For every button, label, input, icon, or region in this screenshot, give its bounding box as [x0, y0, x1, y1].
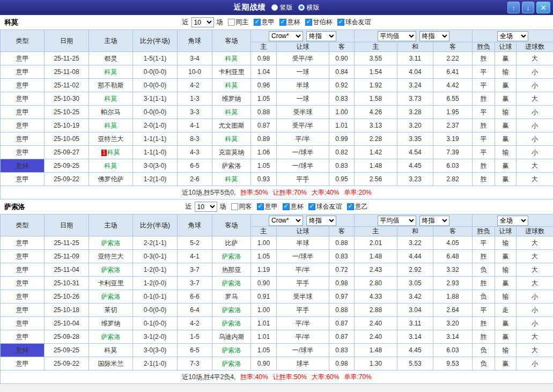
- away-team-name: 科莫: [225, 108, 238, 116]
- match-date-cell: 25-11-25: [45, 52, 89, 65]
- euro-away-odds-cell: 7.39: [433, 146, 473, 159]
- summary-rate: 大率:60%: [312, 373, 339, 381]
- handicap-result-cell: 赢: [495, 277, 517, 290]
- column-header: 客场: [212, 30, 251, 52]
- euro-draw-odds-cell: 3.11: [397, 52, 433, 65]
- home-team-name: 佛罗伦萨: [98, 175, 124, 183]
- score-cell: 0-0(0-0): [133, 304, 178, 317]
- corner-cell: 5-2: [178, 236, 212, 250]
- league-filter-label: 意乙: [355, 202, 368, 211]
- asia-home-odds-cell: 0.87: [251, 119, 277, 132]
- asia-handicap-cell: 平/半: [277, 263, 329, 277]
- league-filter-checkbox[interactable]: [283, 203, 290, 210]
- league-filter-checkbox[interactable]: [337, 19, 344, 26]
- league-filter-checkbox[interactable]: [279, 19, 286, 26]
- bookmaker-select[interactable]: Crow*: [269, 31, 303, 41]
- asia-home-odds-cell: 0.90: [251, 277, 277, 290]
- match-date-cell: 25-09-25: [45, 159, 89, 173]
- match-type-cell: 意甲: [1, 304, 45, 317]
- away-team-cell: 科莫: [212, 106, 251, 119]
- home-team-cell: 萨索洛: [89, 263, 133, 277]
- handicap-result-cell: 赢: [495, 92, 517, 106]
- league-filter-checkbox[interactable]: [305, 19, 312, 26]
- scope-select[interactable]: 全场: [497, 31, 528, 41]
- league-filter-checkbox[interactable]: [257, 203, 264, 210]
- asia-handicap-cell: 平/半: [277, 330, 329, 344]
- radio-vertical-layout[interactable]: 竖版: [271, 3, 293, 12]
- corner-cell: 8-3: [178, 132, 212, 146]
- match-type-cell: 意甲: [1, 250, 45, 263]
- scroll-up-button[interactable]: ↑: [507, 2, 520, 13]
- asia-handicap-cell: 平/半: [277, 317, 329, 330]
- away-team-name: 萨索洛: [222, 279, 241, 287]
- home-team-name: 科莫: [105, 122, 117, 129]
- away-team-name: 科莫: [225, 82, 238, 89]
- euro-home-odds-cell: 2.01: [355, 236, 397, 250]
- match-row: 意甲25-11-02那不勒斯0-0(0-0)4-2科莫0.96半球0.921.9…: [1, 79, 553, 92]
- scope-select[interactable]: 全场: [497, 216, 528, 226]
- away-team-cell: 卡利亚里: [212, 65, 251, 79]
- close-button[interactable]: ✕: [536, 2, 550, 13]
- result-cell: 平: [473, 132, 495, 146]
- score-cell: 1-2(1-0): [133, 173, 178, 186]
- handicap-result-cell: 输: [495, 65, 517, 79]
- goals-result-cell: 大: [517, 92, 553, 106]
- home-team-name: 那不勒斯: [98, 82, 124, 89]
- match-date-cell: 25-10-04: [45, 317, 89, 330]
- page-title: 近期战绩: [234, 3, 266, 12]
- average-select[interactable]: 平均值: [378, 31, 416, 41]
- league-filter-checkbox[interactable]: [347, 203, 354, 210]
- asia-handicap-cell: 一/球半: [277, 344, 329, 357]
- euro-draw-odds-cell: 4.45: [397, 159, 433, 173]
- asia-index-select[interactable]: 终指: [306, 216, 336, 226]
- away-team-cell: 罗马: [212, 290, 251, 304]
- asia-index-select[interactable]: 终指: [306, 31, 336, 41]
- away-team-name: 科莫: [225, 135, 238, 143]
- match-row: 意杯25-09-25科莫3-0(3-0)6-5萨索洛1.05一/球半0.831.…: [1, 344, 553, 357]
- goals-result-cell: 小: [517, 119, 553, 132]
- league-filter-label: 球会友谊: [316, 202, 342, 211]
- asia-handicap-cell: 一球: [277, 92, 329, 106]
- euro-index-select[interactable]: 终指: [419, 31, 449, 41]
- column-header: 日期: [45, 30, 89, 52]
- corner-cell: 10-0: [178, 65, 212, 79]
- match-type-cell: 意甲: [1, 173, 45, 186]
- scroll-down-button[interactable]: ↓: [522, 2, 534, 13]
- match-type-cell: 意甲: [1, 290, 45, 304]
- euro-draw-odds-cell: 3.42: [397, 290, 433, 304]
- euro-home-odds-cell: 2.40: [355, 330, 397, 344]
- euro-draw-odds-cell: 3.11: [397, 317, 433, 330]
- match-type-cell: 意甲: [1, 65, 45, 79]
- same-venue-checkbox[interactable]: [228, 19, 235, 26]
- corner-cell: 1-5: [178, 330, 212, 344]
- bookmaker-select[interactable]: Crow*: [269, 216, 303, 226]
- corner-cell: 4-1: [178, 119, 212, 132]
- away-team-cell: 萨索洛: [212, 159, 251, 173]
- asia-handicap-cell: 一/球半: [277, 146, 329, 159]
- euro-away-odds-cell: 4.05: [433, 236, 473, 250]
- radio-horizontal-label: 横版: [307, 3, 320, 12]
- handicap-result-cell: 输: [495, 290, 517, 304]
- radio-horizontal-layout[interactable]: 横版: [298, 3, 320, 12]
- column-header: 主场: [89, 30, 133, 52]
- league-filter-checkbox[interactable]: [254, 19, 261, 26]
- match-date-cell: 25-10-30: [45, 92, 89, 106]
- home-team-cell: 科莫: [89, 92, 133, 106]
- league-filter-label: 意甲: [265, 202, 278, 211]
- result-cell: 胜: [473, 159, 495, 173]
- home-team-cell: 国际米兰: [89, 357, 133, 371]
- euro-home-odds-cell: 3.13: [355, 119, 397, 132]
- summary-rate: 大率:40%: [312, 189, 339, 196]
- home-team-cell: 科莫: [89, 159, 133, 173]
- recent-count-select[interactable]: 10: [195, 202, 217, 212]
- same-venue-label: 同客: [239, 202, 252, 211]
- average-select[interactable]: 平均值: [378, 216, 416, 226]
- asia-away-odds-cell: 0.83: [329, 344, 355, 357]
- home-team-name: 科莫: [105, 162, 117, 169]
- euro-index-select[interactable]: 终指: [419, 216, 449, 226]
- score-cell: 0-0(0-0): [133, 65, 178, 79]
- same-venue-checkbox[interactable]: [231, 203, 238, 210]
- league-filter-checkbox[interactable]: [308, 203, 315, 210]
- section-header-bar: 科莫近10场同主意甲意杯甘伯杯球会友谊: [0, 15, 553, 29]
- recent-count-select[interactable]: 10: [191, 17, 214, 27]
